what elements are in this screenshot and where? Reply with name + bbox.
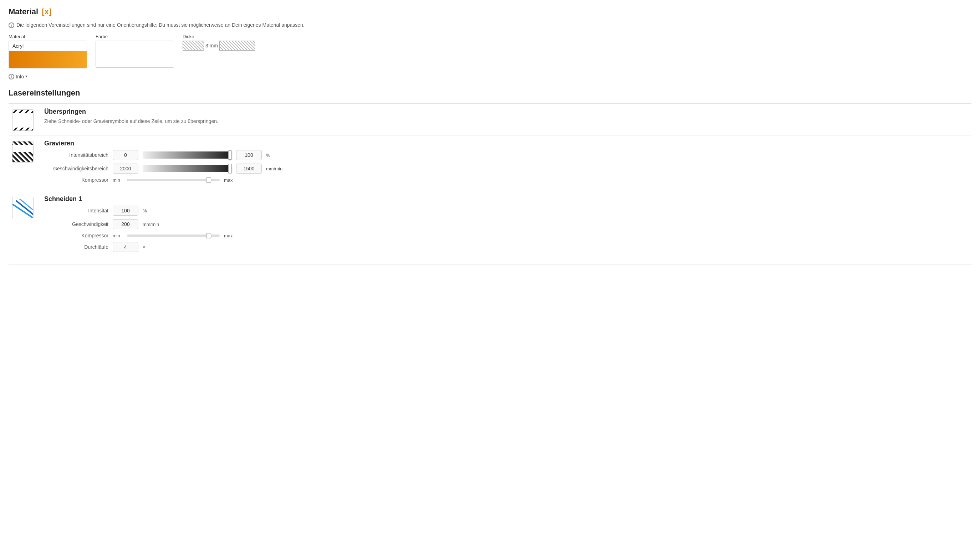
cut1-intensity-input[interactable] [113,206,138,216]
engrave-speed-thumb [228,164,232,173]
engrave-speed-unit: mm/min [266,166,282,171]
farbe-field-group: Farbe [95,34,174,68]
material-select-box[interactable]: Acryl [8,41,87,68]
material-color-preview [9,51,87,68]
engrave-intensity-min-input[interactable] [113,150,138,160]
dicke-field-group: Dicke 3 mm [183,34,255,51]
info-toggle-label: Info [16,74,24,79]
laser-section: Lasereinstellungen Überspringen Ziehe Sc… [8,88,972,264]
info-toggle[interactable]: i Info ▾ [8,73,972,79]
material-section: Material [x] i Die folgenden Voreinstell… [8,7,972,79]
cut1-kompressor-slider[interactable] [127,235,220,237]
dicke-container: 3 mm [183,41,255,51]
skip-icon [12,110,33,131]
laser-row-engrave: Gravieren Intensitätsbereich % Geschwind… [8,135,972,191]
cut1-intensity-row: Intensität % [44,206,972,216]
material-title-text: Material [8,7,38,16]
engrave-intensity-slider[interactable] [143,151,232,159]
skip-title: Überspringen [44,108,972,116]
cut1-passes-input[interactable] [113,242,138,252]
cut1-icon [12,197,33,218]
info-toggle-icon: i [8,74,14,79]
engrave-icon-container [8,140,37,162]
skip-content: Überspringen Ziehe Schneide- oder Gravie… [37,108,972,124]
dicke-field-label: Dicke [183,34,255,39]
cut1-kompressor-thumb [206,233,211,238]
engrave-kompressor-row: Kompressor min max [44,177,972,183]
cut1-content: Schneiden 1 Intensität % Geschwindigkeit… [37,195,972,256]
engrave-title: Gravieren [44,140,972,147]
cut1-speed-row: Geschwindigkeit mm/min [44,219,972,229]
engrave-icon [12,141,33,162]
engrave-speed-slider[interactable] [143,165,232,172]
engrave-speed-max-input[interactable] [236,164,262,173]
cut1-passes-unit: × [143,245,145,250]
engrave-intensity-unit: % [266,152,270,158]
engrave-kompressor-max-label: max [224,178,234,183]
engrave-speed-min-input[interactable] [113,164,138,173]
cut1-speed-unit: mm/min [143,222,159,227]
material-field-label: Material [8,34,87,39]
laser-section-title: Lasereinstellungen [8,88,972,98]
section-divider-1 [8,84,972,84]
cut1-speed-input[interactable] [113,219,138,229]
cut1-kompressor-label: Kompressor [44,233,108,238]
engrave-kompressor-slider[interactable] [127,179,220,181]
engrave-intensity-row: Intensitätsbereich % [44,150,972,160]
dicke-value: 3 mm [205,43,218,48]
engrave-intensity-label: Intensitätsbereich [44,152,108,158]
info-chevron-icon: ▾ [25,74,27,79]
cut1-intensity-label: Intensität [44,208,108,213]
info-notice: i Die folgenden Voreinstellungen sind nu… [8,22,972,28]
material-title: Material [x] [8,7,51,16]
cut1-passes-label: Durchläufe [44,244,108,250]
farbe-box[interactable] [95,41,174,68]
material-field-group: Material Acryl [8,34,87,68]
skip-icon-container [8,108,37,131]
notice-info-icon: i [8,22,14,28]
engrave-intensity-max-input[interactable] [236,150,262,160]
cut1-icon-container [8,195,37,218]
engrave-kompressor-thumb [206,178,211,183]
material-value: Acryl [9,41,87,51]
engrave-content: Gravieren Intensitätsbereich % Geschwind… [37,140,972,186]
notice-text: Die folgenden Voreinstellungen sind nur … [16,22,305,28]
engrave-kompressor-slider-row: min max [113,178,234,183]
farbe-field-label: Farbe [95,34,174,39]
engrave-kompressor-min-label: min [113,178,123,183]
cut1-intensity-unit: % [143,208,147,213]
engrave-speed-row: Geschwindigkeitsbereich mm/min [44,164,972,173]
cut1-kompressor-max-label: max [224,233,234,238]
dicke-hatch-left [183,41,204,51]
laser-row-skip: Überspringen Ziehe Schneide- oder Gravie… [8,103,972,135]
dicke-hatch-right [220,41,255,51]
cut1-kompressor-slider-row: min max [113,233,234,238]
material-header: Material [x] [8,7,972,16]
cut1-speed-label: Geschwindigkeit [44,221,108,227]
engrave-kompressor-label: Kompressor [44,177,108,183]
material-close-tag[interactable]: [x] [42,7,51,16]
cut1-passes-row: Durchläufe × [44,242,972,252]
engrave-speed-label: Geschwindigkeitsbereich [44,166,108,171]
engrave-intensity-thumb [228,151,232,160]
cut1-title: Schneiden 1 [44,195,972,203]
cut1-kompressor-row: Kompressor min max [44,233,972,238]
cut1-kompressor-min-label: min [113,233,123,238]
skip-description: Ziehe Schneide- oder Graviersymbole auf … [44,118,972,124]
material-fields: Material Acryl Farbe Dicke 3 mm [8,34,972,68]
laser-row-cut1: Schneiden 1 Intensität % Geschwindigkeit… [8,191,972,260]
